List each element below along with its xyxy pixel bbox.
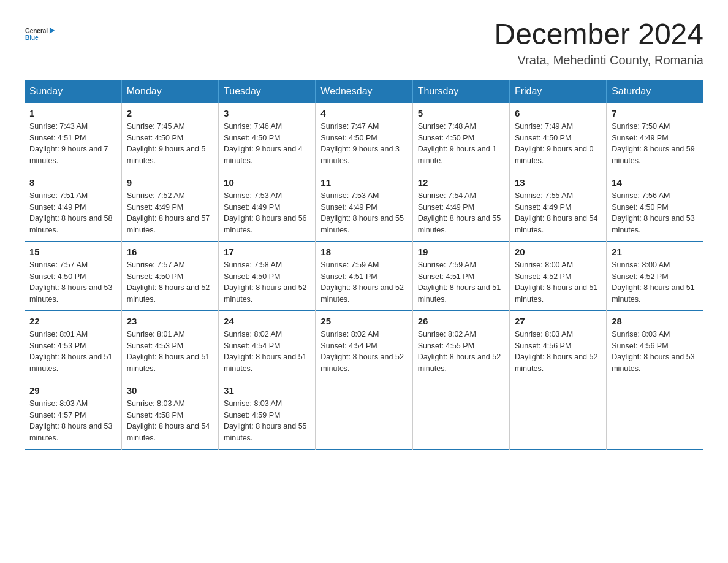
day-info: Sunrise: 7:55 AM Sunset: 4:49 PM Dayligh… [515, 190, 601, 236]
day-number: 7 [612, 108, 699, 118]
calendar-cell: 23 Sunrise: 8:01 AM Sunset: 4:53 PM Dayl… [121, 310, 218, 380]
calendar-cell: 30 Sunrise: 8:03 AM Sunset: 4:58 PM Dayl… [121, 380, 218, 449]
day-info: Sunrise: 8:02 AM Sunset: 4:54 PM Dayligh… [224, 329, 310, 375]
calendar-cell: 13 Sunrise: 7:55 AM Sunset: 4:49 PM Dayl… [509, 172, 606, 241]
calendar-cell [316, 380, 412, 449]
calendar-cell: 12 Sunrise: 7:54 AM Sunset: 4:49 PM Dayl… [412, 172, 509, 241]
day-info: Sunrise: 7:53 AM Sunset: 4:49 PM Dayligh… [320, 190, 407, 236]
calendar-cell: 16 Sunrise: 7:57 AM Sunset: 4:50 PM Dayl… [121, 241, 218, 310]
calendar-cell: 2 Sunrise: 7:45 AM Sunset: 4:50 PM Dayli… [121, 103, 218, 172]
calendar-cell: 26 Sunrise: 8:02 AM Sunset: 4:55 PM Dayl… [412, 310, 509, 380]
header-monday: Monday [121, 80, 218, 103]
header-thursday: Thursday [412, 80, 509, 103]
calendar-cell: 20 Sunrise: 8:00 AM Sunset: 4:52 PM Dayl… [509, 241, 606, 310]
calendar-cell: 5 Sunrise: 7:48 AM Sunset: 4:50 PM Dayli… [412, 103, 509, 172]
calendar-cell: 8 Sunrise: 7:51 AM Sunset: 4:49 PM Dayli… [25, 172, 121, 241]
day-number: 21 [612, 247, 699, 257]
day-number: 17 [224, 247, 310, 257]
day-number: 26 [418, 316, 504, 326]
calendar-cell: 17 Sunrise: 7:58 AM Sunset: 4:50 PM Dayl… [219, 241, 316, 310]
day-info: Sunrise: 7:49 AM Sunset: 4:50 PM Dayligh… [515, 121, 601, 167]
calendar-cell: 29 Sunrise: 8:03 AM Sunset: 4:57 PM Dayl… [25, 380, 121, 449]
title-section: December 2024 Vrata, Mehedinti County, R… [494, 18, 703, 67]
day-number: 1 [29, 108, 116, 118]
calendar-cell: 7 Sunrise: 7:50 AM Sunset: 4:49 PM Dayli… [607, 103, 703, 172]
day-number: 11 [320, 177, 407, 188]
calendar-cell: 19 Sunrise: 7:59 AM Sunset: 4:51 PM Dayl… [412, 241, 509, 310]
calendar-week-row-3: 15 Sunrise: 7:57 AM Sunset: 4:50 PM Dayl… [25, 241, 703, 310]
header-saturday: Saturday [607, 80, 703, 103]
month-year-title: December 2024 [494, 18, 703, 51]
day-number: 12 [418, 177, 504, 188]
page-header: General Blue December 2024 Vrata, Mehedi… [25, 18, 703, 67]
header-tuesday: Tuesday [219, 80, 316, 103]
calendar-week-row-4: 22 Sunrise: 8:01 AM Sunset: 4:53 PM Dayl… [25, 310, 703, 380]
calendar-header-row: Sunday Monday Tuesday Wednesday Thursday… [25, 80, 703, 103]
header-wednesday: Wednesday [316, 80, 412, 103]
day-info: Sunrise: 7:59 AM Sunset: 4:51 PM Dayligh… [320, 259, 407, 305]
day-number: 31 [224, 385, 310, 396]
day-number: 19 [418, 247, 504, 257]
calendar-cell: 24 Sunrise: 8:02 AM Sunset: 4:54 PM Dayl… [219, 310, 316, 380]
day-info: Sunrise: 7:57 AM Sunset: 4:50 PM Dayligh… [127, 259, 213, 305]
day-info: Sunrise: 8:03 AM Sunset: 4:56 PM Dayligh… [612, 329, 699, 375]
day-info: Sunrise: 8:02 AM Sunset: 4:54 PM Dayligh… [320, 329, 407, 375]
calendar-cell: 3 Sunrise: 7:46 AM Sunset: 4:50 PM Dayli… [219, 103, 316, 172]
calendar-cell: 11 Sunrise: 7:53 AM Sunset: 4:49 PM Dayl… [316, 172, 412, 241]
day-number: 30 [127, 385, 213, 396]
logo-svg: General Blue [25, 18, 55, 49]
calendar-week-row-5: 29 Sunrise: 8:03 AM Sunset: 4:57 PM Dayl… [25, 380, 703, 449]
calendar-cell: 27 Sunrise: 8:03 AM Sunset: 4:56 PM Dayl… [509, 310, 606, 380]
day-info: Sunrise: 8:03 AM Sunset: 4:57 PM Dayligh… [29, 398, 116, 444]
day-number: 29 [29, 385, 116, 396]
header-friday: Friday [509, 80, 606, 103]
day-info: Sunrise: 7:59 AM Sunset: 4:51 PM Dayligh… [418, 259, 504, 305]
calendar-week-row-1: 1 Sunrise: 7:43 AM Sunset: 4:51 PM Dayli… [25, 103, 703, 172]
day-info: Sunrise: 7:57 AM Sunset: 4:50 PM Dayligh… [29, 259, 116, 305]
calendar-cell: 15 Sunrise: 7:57 AM Sunset: 4:50 PM Dayl… [25, 241, 121, 310]
calendar-cell: 14 Sunrise: 7:56 AM Sunset: 4:50 PM Dayl… [607, 172, 703, 241]
calendar-cell: 9 Sunrise: 7:52 AM Sunset: 4:49 PM Dayli… [121, 172, 218, 241]
day-info: Sunrise: 8:00 AM Sunset: 4:52 PM Dayligh… [515, 259, 601, 305]
calendar-cell: 21 Sunrise: 8:00 AM Sunset: 4:52 PM Dayl… [607, 241, 703, 310]
day-number: 13 [515, 177, 601, 188]
day-number: 18 [320, 247, 407, 257]
day-info: Sunrise: 8:01 AM Sunset: 4:53 PM Dayligh… [29, 329, 116, 375]
day-number: 4 [320, 108, 407, 118]
day-info: Sunrise: 7:53 AM Sunset: 4:49 PM Dayligh… [224, 190, 310, 236]
day-number: 27 [515, 316, 601, 326]
logo: General Blue [25, 18, 55, 49]
day-number: 9 [127, 177, 213, 188]
day-info: Sunrise: 7:58 AM Sunset: 4:50 PM Dayligh… [224, 259, 310, 305]
day-info: Sunrise: 8:00 AM Sunset: 4:52 PM Dayligh… [612, 259, 699, 305]
day-number: 22 [29, 316, 116, 326]
calendar-cell: 4 Sunrise: 7:47 AM Sunset: 4:50 PM Dayli… [316, 103, 412, 172]
day-info: Sunrise: 8:03 AM Sunset: 4:56 PM Dayligh… [515, 329, 601, 375]
calendar-cell: 6 Sunrise: 7:49 AM Sunset: 4:50 PM Dayli… [509, 103, 606, 172]
day-info: Sunrise: 7:54 AM Sunset: 4:49 PM Dayligh… [418, 190, 504, 236]
day-number: 5 [418, 108, 504, 118]
day-info: Sunrise: 7:56 AM Sunset: 4:50 PM Dayligh… [612, 190, 699, 236]
calendar-cell: 22 Sunrise: 8:01 AM Sunset: 4:53 PM Dayl… [25, 310, 121, 380]
calendar-cell: 28 Sunrise: 8:03 AM Sunset: 4:56 PM Dayl… [607, 310, 703, 380]
day-number: 3 [224, 108, 310, 118]
calendar-cell: 25 Sunrise: 8:02 AM Sunset: 4:54 PM Dayl… [316, 310, 412, 380]
day-number: 20 [515, 247, 601, 257]
day-number: 15 [29, 247, 116, 257]
day-number: 2 [127, 108, 213, 118]
header-sunday: Sunday [25, 80, 121, 103]
day-info: Sunrise: 8:03 AM Sunset: 4:59 PM Dayligh… [224, 398, 310, 444]
day-number: 8 [29, 177, 116, 188]
calendar-cell: 18 Sunrise: 7:59 AM Sunset: 4:51 PM Dayl… [316, 241, 412, 310]
day-info: Sunrise: 7:48 AM Sunset: 4:50 PM Dayligh… [418, 121, 504, 167]
calendar-cell: 31 Sunrise: 8:03 AM Sunset: 4:59 PM Dayl… [219, 380, 316, 449]
svg-marker-1 [50, 28, 55, 34]
day-number: 28 [612, 316, 699, 326]
day-number: 10 [224, 177, 310, 188]
day-info: Sunrise: 8:02 AM Sunset: 4:55 PM Dayligh… [418, 329, 504, 375]
day-number: 16 [127, 247, 213, 257]
calendar-cell [509, 380, 606, 449]
calendar-week-row-2: 8 Sunrise: 7:51 AM Sunset: 4:49 PM Dayli… [25, 172, 703, 241]
day-info: Sunrise: 8:03 AM Sunset: 4:58 PM Dayligh… [127, 398, 213, 444]
day-info: Sunrise: 7:52 AM Sunset: 4:49 PM Dayligh… [127, 190, 213, 236]
